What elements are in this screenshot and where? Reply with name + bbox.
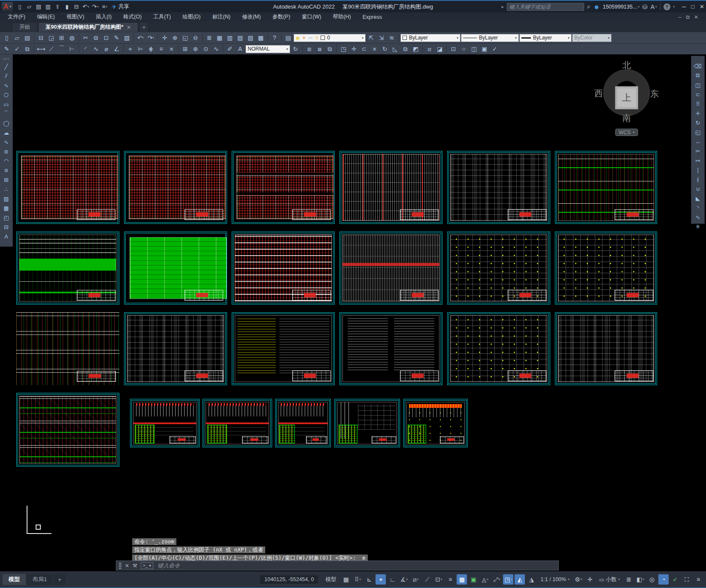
menu-item-7[interactable]: 绘图(D) (182, 13, 200, 21)
save-icon[interactable]: ▤ (22, 33, 32, 42)
layer-previous-icon[interactable]: ⇲ (376, 33, 386, 42)
zoom-previous-icon[interactable]: ⊖ (191, 33, 200, 42)
dynamic-input-icon[interactable]: ⌖ (376, 574, 386, 585)
check-solid-icon[interactable]: ✓ (490, 44, 500, 54)
object-snap-3d-dropdown-icon[interactable]: ▾ (487, 578, 489, 581)
center-mark-icon[interactable]: ⊕ (191, 44, 200, 54)
zoom-window-icon[interactable]: ◱ (180, 33, 190, 42)
ellipse-arc-icon[interactable]: ◠ (1, 156, 12, 166)
dim-spacing-icon[interactable]: ≡ (156, 44, 166, 54)
menu-item-12[interactable]: 帮助(H) (333, 13, 351, 21)
dim-angular-icon[interactable]: ∠ (112, 44, 121, 54)
properties-palette-icon[interactable]: ≣ (204, 33, 214, 42)
menu-item-4[interactable]: 插入(I) (96, 13, 112, 21)
drawing-sheet[interactable] (555, 151, 657, 224)
maximize-button[interactable]: □ (691, 3, 694, 10)
settings-synced-icon[interactable]: ✓ (670, 574, 680, 585)
drawing-sheet[interactable] (232, 151, 335, 224)
trim-icon[interactable]: ✂ (693, 146, 703, 156)
extrude-faces-icon[interactable]: ◳ (339, 44, 348, 54)
selection-filter-dropdown-icon[interactable]: ▾ (511, 578, 512, 581)
tab-close-icon[interactable]: ✕ (127, 24, 131, 30)
construction-line-icon[interactable]: ⫽ (1, 71, 12, 81)
transparency-icon[interactable]: ▩ (457, 574, 467, 585)
menu-item-1[interactable]: 文件(F) (8, 13, 25, 21)
dim-radius-icon[interactable]: ◜ (81, 44, 91, 54)
erase-icon[interactable]: ⌫ (693, 61, 703, 71)
workspace-switching-dropdown-icon[interactable]: ▾ (581, 578, 582, 581)
delete-faces-icon[interactable]: ⨯ (370, 44, 379, 54)
snap-mode-icon[interactable]: ⠿▾ (352, 574, 363, 585)
selection-filter-icon[interactable]: ◳▾ (503, 574, 513, 585)
lock-ui-icon[interactable]: ◧▾ (635, 574, 645, 585)
pan-icon[interactable]: ✛ (160, 33, 170, 42)
shell-icon[interactable]: ▣ (479, 44, 489, 54)
taper-faces-icon[interactable]: ◺ (390, 44, 400, 54)
match-cell-icon[interactable]: ▧ (122, 33, 132, 42)
command-dock-close-icon[interactable]: ✕ (125, 563, 129, 569)
drawing-sheet[interactable] (339, 151, 442, 224)
design-center-icon[interactable]: ▦ (215, 33, 224, 42)
match-properties-icon[interactable]: ✎ (112, 33, 121, 42)
draw-order-icon[interactable]: ⧉ (22, 44, 32, 54)
help-icon[interactable]: ? (270, 33, 279, 42)
view-cube-west[interactable]: 西 (594, 88, 603, 100)
minimize-button[interactable]: ─ (682, 3, 686, 10)
menu-item-10[interactable]: 参数(P) (273, 13, 291, 21)
break-at-point-icon[interactable]: ∣ (693, 165, 703, 175)
command-input[interactable] (157, 562, 556, 569)
solid-intersect-icon[interactable]: ⧉ (325, 44, 335, 54)
search-icon[interactable]: ⌕ (587, 3, 591, 10)
isolate-objects-icon[interactable]: ◎ (647, 574, 657, 585)
separate-solids-icon[interactable]: ◫ (469, 44, 479, 54)
doc-minimize-button[interactable]: ─ (678, 14, 682, 20)
solid-subtract-icon[interactable]: ⧇ (315, 44, 324, 54)
close-button[interactable]: ✕ (700, 3, 704, 10)
clean-screen-icon[interactable]: ⛶ (682, 574, 692, 585)
polar-tracking-icon[interactable]: ∡▾ (399, 574, 409, 585)
linetype-combo-dropdown-icon[interactable]: ▾ (515, 36, 517, 40)
infer-constraints-icon[interactable]: ⊾ (364, 574, 374, 585)
customize-qat-icon[interactable]: ≡▾ (100, 3, 109, 11)
model-paper-toggle[interactable]: 模型 (322, 575, 339, 585)
move-faces-icon[interactable]: ✛ (349, 44, 359, 54)
copy-faces-icon[interactable]: ⧉ (400, 44, 410, 54)
solid-union-icon[interactable]: ⧈ (304, 44, 314, 54)
quick-calc-icon[interactable]: ▩ (256, 33, 266, 42)
make-block-icon[interactable]: ⊞ (1, 175, 12, 184)
scale-icon[interactable]: ◱ (693, 127, 703, 137)
drawing-sheet[interactable] (124, 151, 227, 224)
point-icon[interactable]: ∴ (1, 184, 12, 194)
dynamic-ucs-dropdown-icon[interactable]: ▾ (499, 578, 500, 581)
polygon-icon[interactable]: ⬠ (1, 90, 12, 100)
new-file-icon[interactable]: ▯ (15, 3, 24, 11)
drawing-sheet[interactable] (232, 312, 335, 385)
dim-style-dropdown-icon[interactable]: ▾ (286, 47, 288, 51)
dim-jog-line-icon[interactable]: ∿ (211, 44, 221, 54)
lock-ui-dropdown-icon[interactable]: ▾ (642, 578, 644, 581)
tab-start[interactable]: 开始 (12, 22, 37, 32)
linetype-control-combo[interactable]: ByLayer ▾ (461, 34, 519, 42)
clean-icon[interactable]: ○ (459, 44, 469, 54)
offset-faces-icon[interactable]: ⊂ (359, 44, 369, 54)
dim-edit-icon[interactable]: ✐ (225, 44, 235, 54)
copy-edges-icon[interactable]: ⧄ (424, 44, 434, 54)
hatch-icon[interactable]: ▨ (1, 194, 12, 203)
grid-display-icon[interactable]: ▦ (341, 574, 351, 585)
annotation-scale-control[interactable]: 1:1 / 100% ▾ (538, 574, 572, 585)
dim-baseline-icon[interactable]: ⊨ (136, 44, 145, 54)
view-cube-north[interactable]: 北 (622, 60, 631, 71)
dynamic-ucs-icon[interactable]: ⤢▾ (491, 574, 502, 585)
menu-item-3[interactable]: 视图(V) (67, 13, 85, 21)
drawing-sheet[interactable] (339, 312, 442, 385)
break-icon[interactable]: ∤ (693, 175, 703, 184)
units-control[interactable]: ▭ 小数 ▾ (597, 574, 622, 585)
menu-item-6[interactable]: 工具(T) (153, 13, 171, 21)
model-space-tab[interactable]: 模型 (3, 574, 26, 585)
lineweight-control-combo[interactable]: ByLayer ▾ (519, 34, 572, 42)
save-icon[interactable]: ▤ (34, 3, 43, 11)
color-control-combo[interactable]: ByLayer ▾ (400, 34, 461, 42)
copy-clip-icon[interactable]: ⧉ (91, 33, 101, 42)
lineweight-combo-dropdown-icon[interactable]: ▾ (568, 36, 570, 40)
arc-icon[interactable]: ⌒ (1, 109, 12, 118)
